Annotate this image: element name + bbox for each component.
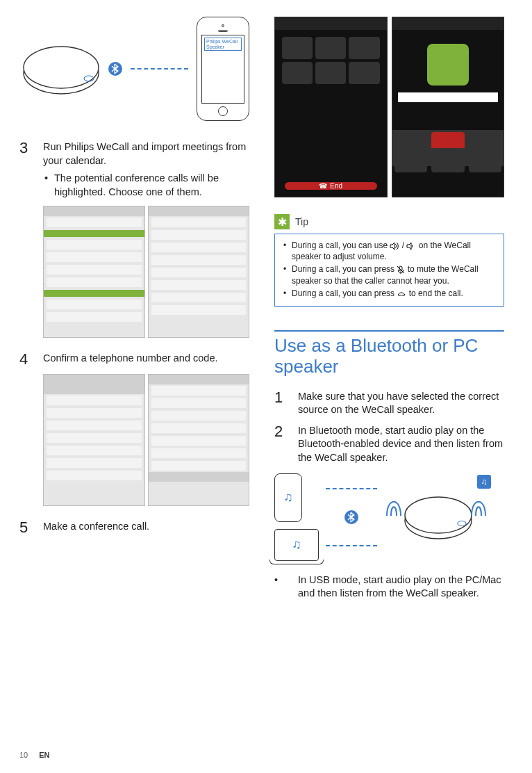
screenshot-placeholder xyxy=(148,374,250,506)
tip-item: During a call, you can press to mute the… xyxy=(282,263,497,286)
music-note-badge-icon: ♫ xyxy=(477,475,491,489)
step-5: 5 Make a conference call. xyxy=(19,520,249,535)
usb-bullet: • In USB mode, start audio play on the P… xyxy=(274,573,504,601)
phone-screen-label: Philips WeCall Speaker xyxy=(204,38,242,51)
section-heading: Use as a Bluetooth or PC speaker xyxy=(274,336,504,377)
section-divider xyxy=(274,330,504,332)
left-column: Philips WeCall Speaker 3 Run Philips WeC… xyxy=(19,17,249,601)
speaker-with-waves: ♫ xyxy=(384,485,488,550)
screenshot-placeholder xyxy=(148,206,250,338)
android-robot-icon xyxy=(427,44,469,86)
screenshot-placeholder xyxy=(43,206,145,338)
ios-call-screenshot: ☎End xyxy=(274,17,388,197)
step-number: 4 xyxy=(19,352,35,367)
pairing-illustration: Philips WeCall Speaker xyxy=(19,17,249,121)
step-number: 1 xyxy=(274,390,290,417)
volume-down-icon xyxy=(406,243,416,250)
tip-label: Tip xyxy=(295,216,308,227)
step-number: 5 xyxy=(19,520,35,535)
step-4: 4 Confirm a telephone number and code. xyxy=(19,352,249,367)
connection-dashes xyxy=(131,68,188,70)
tip-item: During a call, you can press to end the … xyxy=(282,288,497,299)
language-code: EN xyxy=(39,751,49,759)
end-call-button: ☎End xyxy=(285,182,377,190)
android-call-screenshot xyxy=(392,17,505,197)
volume-up-icon xyxy=(390,243,399,250)
phone-icon: ♫ xyxy=(274,473,302,522)
laptop-icon: ♫ xyxy=(274,529,319,561)
music-note-icon: ♫ xyxy=(283,490,293,505)
phone-device-icon: Philips WeCall Speaker xyxy=(197,17,249,121)
bluetooth-icon xyxy=(108,62,122,76)
step-text: Make a conference call. xyxy=(43,520,249,535)
tip-badge-icon: ✱ xyxy=(274,214,290,229)
bluetooth-icon xyxy=(344,510,358,524)
calendar-screenshots xyxy=(43,206,249,338)
bt-step-2: 2 In Bluetooth mode, start audio play on… xyxy=(274,424,504,465)
step-text: Confirm a telephone number and code. xyxy=(43,352,249,367)
step-number: 2 xyxy=(274,424,290,465)
svg-point-1 xyxy=(24,47,99,88)
addcall-screenshots xyxy=(43,374,249,506)
usb-bullet-text: In USB mode, start audio play on the PC/… xyxy=(298,573,504,601)
wecall-speaker-device-icon xyxy=(19,38,103,99)
step-text: In Bluetooth mode, start audio play on t… xyxy=(298,424,504,465)
call-screenshots: ☎End xyxy=(274,17,504,197)
music-note-icon: ♫ xyxy=(292,537,301,552)
step-number: 3 xyxy=(19,140,35,199)
step-text: Run Philips WeCall and import meetings f… xyxy=(43,141,246,166)
bt-step-1: 1 Make sure that you have selected the c… xyxy=(274,390,504,417)
svg-point-7 xyxy=(405,497,472,533)
step-text: Make sure that you have selected the cor… xyxy=(298,390,504,417)
mic-mute-icon xyxy=(397,266,405,274)
right-column: ☎End xyxy=(274,17,504,601)
step-3: 3 Run Philips WeCall and import meetings… xyxy=(19,140,249,199)
page-number: 10 xyxy=(19,751,28,759)
screenshot-placeholder xyxy=(43,374,145,506)
hangup-icon xyxy=(397,291,406,298)
page-footer: 10 EN xyxy=(19,751,50,759)
step-bullet: The potential conference calls will be h… xyxy=(43,172,249,199)
tip-box: ✱ Tip During a call, you can use / on th… xyxy=(274,214,504,307)
tip-item: During a call, you can use / on the WeCa… xyxy=(282,240,497,262)
bluetooth-pc-illustration: ♫ ♫ ♫ xyxy=(274,473,504,561)
